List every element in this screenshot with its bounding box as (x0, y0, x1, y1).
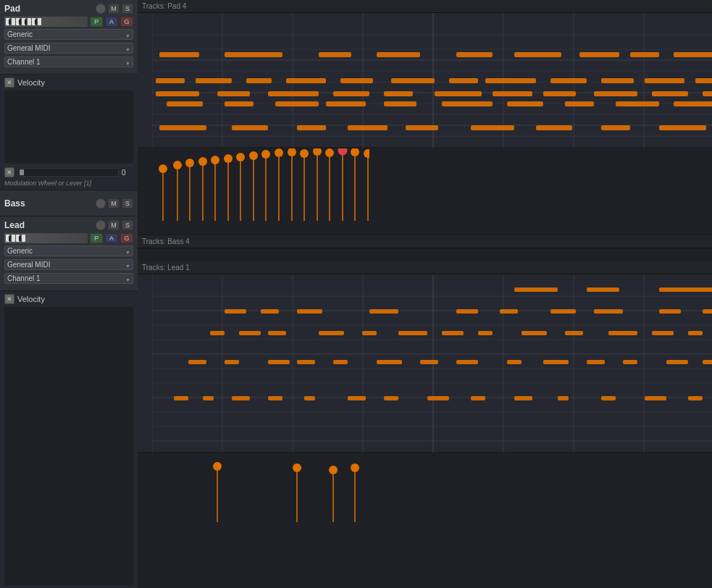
svg-rect-201 (608, 331, 637, 335)
svg-rect-39 (601, 78, 634, 83)
svg-rect-75 (536, 125, 572, 130)
mod-slider-1[interactable] (17, 168, 119, 177)
pad-grid-svg (152, 13, 712, 148)
svg-rect-233 (558, 396, 569, 400)
svg-point-109 (338, 148, 348, 156)
bass-grid[interactable] (138, 248, 712, 261)
svg-rect-48 (384, 91, 413, 96)
pad-grid[interactable]: C5 C4 C3 (152, 13, 712, 148)
svg-point-105 (313, 148, 322, 156)
svg-point-113 (364, 149, 369, 158)
svg-rect-36 (449, 78, 478, 83)
svg-point-83 (173, 161, 182, 169)
pad-track-name: Pad (4, 4, 20, 14)
svg-rect-71 (297, 125, 326, 130)
svg-rect-73 (406, 125, 438, 130)
lead-grid-svg (152, 274, 712, 453)
svg-point-97 (261, 150, 270, 159)
svg-rect-25 (579, 52, 619, 57)
svg-rect-51 (543, 91, 576, 96)
pad-solo-btn[interactable]: S (122, 4, 133, 14)
lead-instrument-select[interactable]: General MIDI (4, 259, 133, 270)
velocity-content-2 (4, 307, 133, 585)
svg-rect-197 (442, 331, 464, 335)
velocity-close-btn-2[interactable]: ✕ (4, 294, 14, 304)
lead-a-btn[interactable]: A (105, 233, 118, 243)
svg-rect-192 (239, 331, 261, 335)
svg-rect-184 (500, 309, 518, 314)
svg-rect-47 (333, 91, 369, 96)
svg-rect-195 (362, 331, 377, 335)
pad-g-btn[interactable]: G (120, 17, 133, 27)
svg-point-245 (329, 466, 338, 474)
pad-track-header: Pad M S (0, 0, 138, 75)
svg-rect-70 (232, 125, 268, 130)
lead-piano-roll: Tracks: Lead 1 (138, 261, 712, 453)
mod-value-1: 0 (122, 169, 133, 177)
svg-rect-230 (427, 396, 449, 400)
svg-rect-200 (565, 331, 583, 335)
svg-rect-76 (601, 125, 630, 130)
svg-rect-72 (348, 125, 388, 130)
lead-channel-select[interactable]: Channel 1 (4, 273, 133, 284)
svg-point-85 (185, 159, 194, 167)
lead-track-header: Lead M S P A G (0, 217, 138, 291)
bass-track-header: Bass M S (0, 190, 138, 217)
svg-rect-212 (377, 360, 402, 364)
svg-rect-65 (616, 101, 659, 106)
pad-velocity-svg (152, 148, 369, 234)
svg-rect-74 (471, 125, 514, 130)
pad-a-btn[interactable]: A (105, 17, 118, 27)
svg-rect-52 (594, 91, 637, 96)
bass-solo-btn[interactable]: S (122, 198, 133, 209)
lead-grid[interactable]: C7 C6 C5 (152, 274, 712, 453)
svg-rect-186 (594, 309, 623, 314)
pad-instrument-select[interactable]: General MIDI (4, 43, 133, 54)
lead-record-btn[interactable] (96, 220, 106, 230)
velocity-close-btn-1[interactable]: ✕ (4, 77, 14, 88)
svg-point-247 (351, 463, 359, 472)
svg-rect-220 (703, 360, 712, 364)
svg-rect-193 (268, 331, 286, 335)
mod-close-btn-1[interactable]: ✕ (4, 167, 14, 177)
pad-record-btn[interactable] (96, 4, 106, 14)
svg-rect-50 (493, 91, 532, 96)
svg-rect-175 (587, 287, 619, 292)
svg-rect-21 (319, 52, 351, 57)
svg-rect-213 (420, 360, 438, 364)
svg-rect-214 (456, 360, 478, 364)
svg-rect-64 (565, 101, 594, 106)
bass-record-btn[interactable] (96, 198, 106, 209)
lead-velocity-view (138, 453, 712, 588)
pad-p-btn[interactable]: P (90, 17, 103, 27)
svg-rect-203 (688, 331, 703, 335)
svg-point-103 (300, 149, 309, 158)
svg-rect-215 (507, 360, 522, 364)
lead-g-btn[interactable]: G (120, 233, 133, 243)
lead-piano-bar (4, 233, 88, 243)
lead-device-select[interactable]: Generic (4, 245, 133, 256)
lead-p-btn[interactable]: P (90, 233, 103, 243)
lead-channel-select-wrapper: Channel 1 (4, 273, 133, 285)
pad-piano-roll: Tracks: Pad 4 (138, 0, 712, 148)
left-panel: Pad M S (0, 0, 138, 588)
svg-rect-58 (225, 101, 254, 106)
svg-rect-209 (268, 360, 290, 364)
bass-pattern-name: Tracks: Bass 4 (138, 235, 712, 248)
mod-label-1: Modulation Wheel or Lever [1] (4, 180, 91, 187)
svg-point-107 (325, 148, 334, 157)
svg-rect-194 (319, 331, 344, 335)
svg-rect-227 (304, 396, 315, 400)
lead-solo-btn[interactable]: S (122, 220, 133, 230)
pad-mute-btn[interactable]: M (108, 4, 120, 14)
lead-instrument-select-wrapper: General MIDI (4, 259, 133, 272)
pad-instrument-select-wrapper: General MIDI (4, 43, 133, 55)
svg-rect-231 (471, 396, 485, 400)
lead-mute-btn[interactable]: M (108, 220, 120, 230)
bass-mute-btn[interactable]: M (108, 198, 120, 209)
svg-rect-218 (623, 360, 637, 364)
svg-rect-49 (435, 91, 482, 96)
pad-pattern-name: Tracks: Pad 4 (138, 0, 712, 13)
pad-channel-select[interactable]: Channel 1 (4, 56, 133, 67)
pad-device-select[interactable]: Generic (4, 29, 133, 40)
